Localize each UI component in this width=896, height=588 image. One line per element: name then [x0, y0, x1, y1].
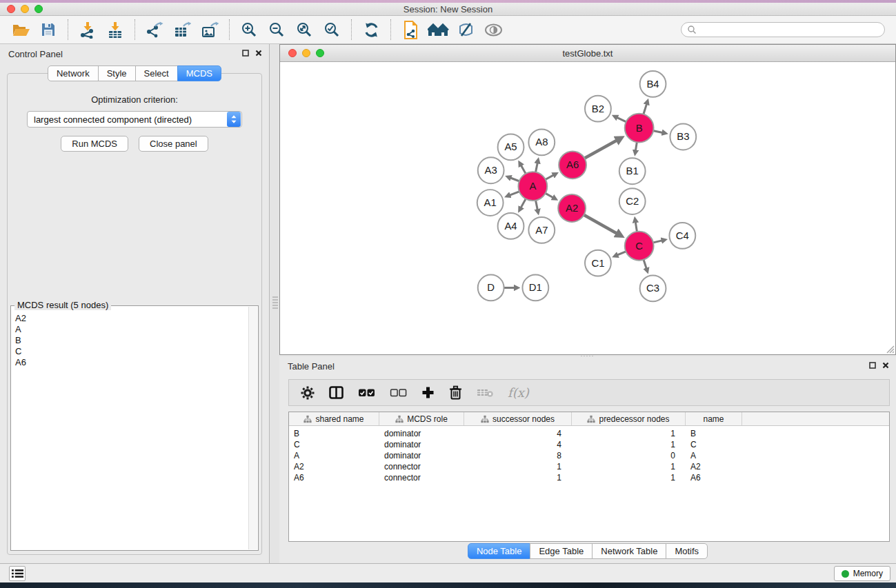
mcds-result-item[interactable]: A2	[12, 313, 248, 324]
tab-select[interactable]: Select	[135, 65, 178, 81]
mcds-list-scrollbar[interactable]	[248, 307, 257, 549]
graph-node-C4[interactable]: C4	[669, 223, 695, 249]
table-cell[interactable]: connector	[379, 473, 464, 483]
table-cell[interactable]: 4	[464, 429, 572, 438]
tab-mcds[interactable]: MCDS	[177, 65, 221, 81]
tab-style[interactable]: Style	[98, 65, 136, 81]
table-cell[interactable]: 4	[464, 440, 572, 449]
graph-edge[interactable]	[584, 139, 618, 159]
zoom-in-button[interactable]	[235, 18, 263, 41]
graph-node-A4[interactable]: A4	[498, 213, 524, 239]
zoom-out-button[interactable]	[263, 18, 290, 41]
float-panel-icon[interactable]	[242, 50, 249, 57]
close-panel-icon[interactable]	[255, 50, 262, 57]
column-header[interactable]: shared name	[289, 412, 379, 425]
graph-node-A1[interactable]: A1	[477, 190, 504, 216]
graph-node-A2[interactable]: A2	[558, 194, 586, 222]
close-panel-button[interactable]: Close panel	[139, 136, 208, 152]
table-cell[interactable]: B	[289, 429, 379, 438]
tab-motifs[interactable]: Motifs	[666, 543, 708, 559]
table-cell[interactable]: dominator	[379, 440, 464, 449]
import-network-button[interactable]	[74, 18, 101, 41]
show-hide-details-button[interactable]	[452, 18, 479, 41]
column-header[interactable]: MCDS role	[379, 412, 464, 425]
import-table-button[interactable]	[101, 18, 129, 41]
select-all-button[interactable]	[358, 388, 375, 398]
column-header[interactable]: name	[686, 412, 742, 425]
mcds-result-list[interactable]: A2ABCA6	[12, 307, 248, 549]
deselect-all-button[interactable]	[390, 388, 407, 398]
add-column-button[interactable]	[421, 386, 435, 399]
graph-node-B2[interactable]: B2	[585, 96, 611, 122]
export-image-button[interactable]	[196, 18, 223, 41]
graph-edge[interactable]	[583, 214, 618, 234]
table-row[interactable]: A6connector11A6	[289, 472, 889, 483]
table-row[interactable]: Adominator80A	[289, 450, 889, 461]
table-row[interactable]: Cdominator41C	[289, 439, 889, 450]
graph-node-A7[interactable]: A7	[528, 217, 555, 243]
graph-node-C1[interactable]: C1	[585, 250, 611, 276]
close-window-button[interactable]	[7, 5, 15, 13]
mcds-result-item[interactable]: A6	[12, 357, 248, 368]
table-cell[interactable]: A2	[686, 462, 742, 472]
float-panel-icon[interactable]	[869, 362, 876, 369]
network-graph[interactable]: AA1A2A3A4A5A6A7A8BB1B2B3B4CC1C2C3C4DD1	[280, 62, 895, 354]
table-cell[interactable]: A	[686, 451, 742, 460]
table-cell[interactable]: A2	[289, 462, 379, 472]
graph-node-B4[interactable]: B4	[640, 71, 666, 97]
graph-node-A6[interactable]: A6	[559, 151, 586, 179]
table-cell[interactable]: 1	[572, 473, 686, 483]
network-from-file-button[interactable]	[397, 18, 424, 41]
zoom-network-window-button[interactable]	[316, 49, 324, 57]
table-row[interactable]: A2connector11A2	[289, 461, 889, 472]
graph-node-C3[interactable]: C3	[640, 276, 666, 302]
vertical-split-handle[interactable]	[272, 296, 278, 309]
table-cell[interactable]: 1	[572, 440, 686, 449]
table-cell[interactable]: dominator	[379, 451, 464, 460]
table-cell[interactable]: A6	[289, 473, 379, 483]
table-cell[interactable]: A	[289, 451, 379, 460]
graph-node-B1[interactable]: B1	[619, 158, 646, 184]
export-network-button[interactable]	[141, 18, 168, 41]
tab-node-table[interactable]: Node Table	[468, 543, 531, 559]
resize-grip-icon[interactable]	[885, 344, 895, 354]
graph-node-D[interactable]: D	[478, 275, 504, 301]
graph-node-D1[interactable]: D1	[522, 275, 548, 301]
tab-network-table[interactable]: Network Table	[592, 543, 666, 559]
graph-node-C2[interactable]: C2	[619, 188, 646, 214]
memory-button[interactable]: Memory	[834, 566, 890, 581]
tab-network[interactable]: Network	[48, 65, 99, 81]
table-cell[interactable]: dominator	[379, 429, 464, 438]
close-network-window-button[interactable]	[288, 49, 297, 57]
graph-node-A8[interactable]: A8	[528, 130, 555, 156]
search-input[interactable]	[700, 25, 879, 34]
zoom-fit-button[interactable]	[290, 18, 318, 41]
mcds-result-item[interactable]: B	[12, 335, 248, 346]
delete-column-button[interactable]	[449, 385, 462, 400]
table-cell[interactable]: C	[289, 440, 379, 449]
task-history-button[interactable]	[9, 566, 26, 581]
search-field[interactable]	[681, 22, 885, 37]
graph-node-A[interactable]: A	[518, 172, 547, 201]
save-session-button[interactable]	[34, 18, 62, 41]
node-table[interactable]: shared nameMCDS rolesuccessor nodesprede…	[288, 412, 890, 542]
minimize-window-button[interactable]	[21, 5, 29, 13]
table-cell[interactable]: connector	[379, 462, 464, 472]
table-cell[interactable]: 1	[572, 429, 686, 438]
graph-node-B3[interactable]: B3	[670, 124, 696, 150]
table-row[interactable]: Bdominator41B	[289, 428, 889, 439]
toggle-columns-button[interactable]	[329, 386, 344, 399]
mcds-result-item[interactable]: A	[12, 324, 248, 335]
mcds-result-item[interactable]: C	[12, 346, 248, 357]
table-cell[interactable]: A6	[686, 473, 742, 483]
close-panel-icon[interactable]	[882, 362, 889, 369]
criterion-dropdown[interactable]: largest connected component (directed)	[27, 111, 242, 128]
table-cell[interactable]: 1	[464, 462, 572, 472]
table-cell[interactable]: 0	[572, 451, 686, 460]
zoom-window-button[interactable]	[34, 5, 43, 13]
network-canvas[interactable]: AA1A2A3A4A5A6A7A8BB1B2B3B4CC1C2C3C4DD1	[280, 62, 895, 354]
column-header[interactable]: successor nodes	[464, 412, 572, 425]
export-table-button[interactable]	[168, 18, 196, 41]
table-cell[interactable]: 1	[464, 473, 572, 483]
table-cell[interactable]: 1	[572, 462, 686, 472]
